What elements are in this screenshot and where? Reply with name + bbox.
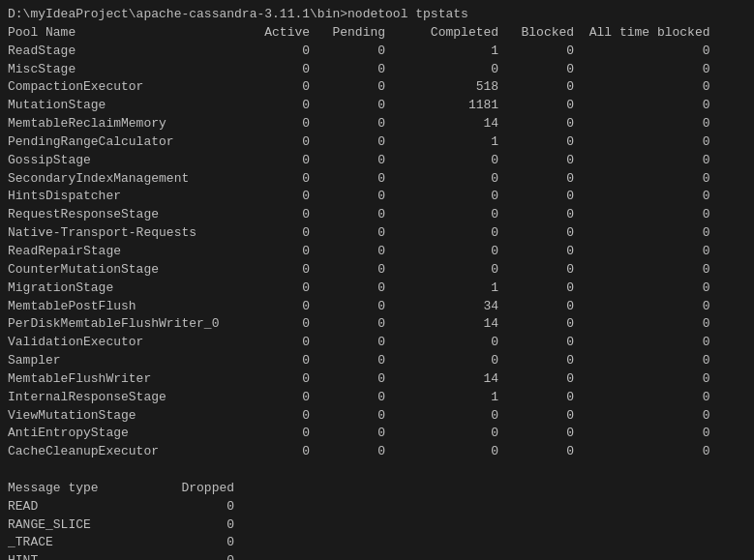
blank-line (8, 461, 746, 480)
msg-read: READ 0 (8, 498, 746, 516)
row-countermutationstage: CounterMutationStage 0 0 0 0 0 (8, 261, 746, 280)
row-native-transport: Native-Transport-Requests 0 0 0 0 0 (8, 224, 746, 243)
row-readrepairstage: ReadRepairStage 0 0 0 0 0 (8, 243, 746, 261)
row-hintsdispatcher: HintsDispatcher 0 0 0 0 0 (8, 188, 746, 206)
row-memtablepostflush: MemtablePostFlush 0 0 34 0 0 (8, 298, 746, 316)
row-validationexecutor: ValidationExecutor 0 0 0 0 0 (8, 334, 746, 352)
row-cachecleanupexecutor: CacheCleanupExecutor 0 0 0 0 0 (8, 443, 746, 461)
row-miscstage: MiscStage 0 0 0 0 0 (8, 61, 746, 79)
terminal-window: D:\myIdeaProject\apache-cassandra-3.11.1… (0, 0, 754, 560)
row-compactionexecutor: CompactionExecutor 0 0 518 0 0 (8, 78, 746, 97)
row-memtableflushwriter: MemtableFlushWriter 0 0 14 0 0 (8, 370, 746, 389)
row-gossipstage: GossipStage 0 0 0 0 0 (8, 152, 746, 170)
msg-hint: HINT 0 (8, 552, 746, 560)
row-memtablereclaimmemory: MemtableReclaimMemory 0 0 14 0 0 (8, 115, 746, 133)
msg-trace: _TRACE 0 (8, 534, 746, 552)
row-readstage: ReadStage 0 0 1 0 0 (8, 43, 746, 61)
row-sampler: Sampler 0 0 0 0 0 (8, 352, 746, 370)
table-header: Pool Name Active Pending Completed Block… (8, 24, 746, 43)
row-internalresponsestage: InternalResponseStage 0 0 1 0 0 (8, 389, 746, 407)
row-viewmutationstage: ViewMutationStage 0 0 0 0 0 (8, 407, 746, 426)
row-antientropystage: AntiEntropyStage 0 0 0 0 0 (8, 425, 746, 443)
message-header: Message type Dropped (8, 480, 746, 498)
row-pendingrangecalculator: PendingRangeCalculator 0 0 1 0 0 (8, 133, 746, 152)
row-requestresponsestage: RequestResponseStage 0 0 0 0 0 (8, 206, 746, 224)
row-mutationstage: MutationStage 0 0 1181 0 0 (8, 97, 746, 115)
row-perdiskmemtableflushwriter: PerDiskMemtableFlushWriter_0 0 0 14 0 0 (8, 315, 746, 334)
row-migrationstage: MigrationStage 0 0 1 0 0 (8, 280, 746, 298)
prompt-line: D:\myIdeaProject\apache-cassandra-3.11.1… (8, 6, 746, 24)
row-secondaryindexmanagement: SecondaryIndexManagement 0 0 0 0 0 (8, 170, 746, 189)
msg-range-slice: RANGE_SLICE 0 (8, 516, 746, 535)
